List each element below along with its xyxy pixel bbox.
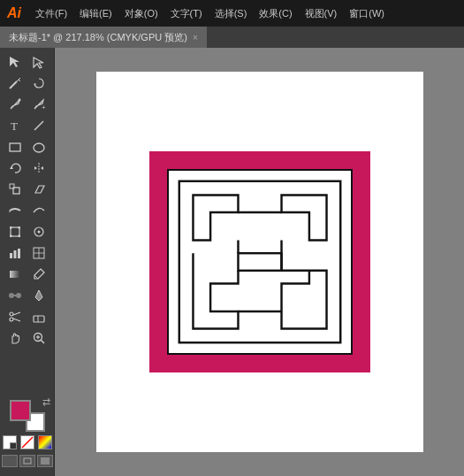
svg-rect-40 bbox=[34, 316, 44, 322]
pen-tool[interactable] bbox=[4, 95, 27, 114]
fill-stroke-selector[interactable]: ⇄ bbox=[10, 400, 45, 432]
gradient-tool[interactable] bbox=[4, 265, 27, 284]
type-tool[interactable]: T bbox=[4, 116, 27, 135]
rotate-tool[interactable] bbox=[4, 158, 27, 178]
svg-rect-27 bbox=[18, 249, 20, 258]
color-section: ⇄ bbox=[0, 395, 57, 472]
canvas-area[interactable]: 软件目字网 www.ruzxw.com bbox=[55, 48, 464, 476]
svg-rect-22 bbox=[18, 235, 20, 238]
svg-rect-25 bbox=[10, 253, 12, 258]
tab-label: 未标题-1* @ 217.18% (CMYK/GPU 预览) bbox=[9, 31, 187, 44]
svg-line-2 bbox=[10, 81, 17, 88]
ellipse-tool[interactable] bbox=[28, 137, 51, 157]
reflect-tool[interactable] bbox=[28, 158, 51, 178]
extra-color-icons bbox=[3, 435, 52, 449]
line-tool[interactable] bbox=[28, 116, 51, 135]
svg-line-8 bbox=[34, 121, 43, 130]
zoom-tool[interactable] bbox=[28, 328, 51, 348]
rectangle-tool[interactable] bbox=[4, 137, 27, 157]
svg-line-4 bbox=[19, 80, 20, 81]
column-graph-tool[interactable] bbox=[4, 243, 27, 263]
live-paint-tool[interactable] bbox=[28, 286, 51, 305]
screen-mode-row bbox=[2, 455, 53, 467]
menu-type[interactable]: 文字(T) bbox=[165, 5, 208, 22]
svg-line-39 bbox=[13, 319, 20, 321]
artwork bbox=[149, 151, 370, 372]
tool-row-scissors bbox=[0, 306, 54, 327]
toolbar: + T bbox=[0, 48, 55, 476]
tool-row-3: + bbox=[0, 94, 54, 115]
svg-rect-31 bbox=[10, 271, 20, 278]
svg-marker-1 bbox=[34, 58, 43, 68]
pink-background bbox=[149, 151, 370, 372]
menu-file[interactable]: 文件(F) bbox=[30, 5, 72, 22]
svg-rect-47 bbox=[24, 458, 31, 464]
menu-bar: 文件(F) 编辑(E) 对象(O) 文字(T) 选择(S) 效果(C) 视图(V… bbox=[30, 5, 390, 22]
line-art-svg bbox=[169, 171, 351, 353]
ai-logo-icon: Ai bbox=[7, 5, 21, 21]
lasso-tool[interactable] bbox=[28, 73, 51, 93]
svg-rect-51 bbox=[238, 253, 281, 271]
default-colors-icon[interactable] bbox=[3, 435, 17, 449]
svg-text:+: + bbox=[42, 104, 46, 111]
scissors-tool[interactable] bbox=[4, 307, 27, 326]
menu-effect[interactable]: 效果(C) bbox=[254, 5, 297, 22]
svg-rect-26 bbox=[13, 250, 16, 258]
blend-tool[interactable] bbox=[4, 286, 27, 305]
menu-edit[interactable]: 编辑(E) bbox=[74, 5, 118, 22]
mesh-tool[interactable] bbox=[28, 243, 51, 263]
width-tool[interactable] bbox=[4, 201, 27, 220]
svg-rect-20 bbox=[18, 226, 20, 229]
fullscreen-mode[interactable] bbox=[19, 455, 35, 467]
svg-line-46 bbox=[22, 437, 33, 448]
tool-row-blend bbox=[0, 285, 54, 306]
swap-colors-icon[interactable]: ⇄ bbox=[42, 396, 50, 408]
tool-row-1 bbox=[0, 51, 54, 73]
scale-tool[interactable] bbox=[4, 180, 27, 199]
direct-selection-tool[interactable] bbox=[28, 52, 51, 72]
svg-line-38 bbox=[13, 312, 20, 315]
tool-row-2 bbox=[0, 73, 54, 94]
svg-line-43 bbox=[42, 341, 45, 344]
svg-point-34 bbox=[16, 293, 21, 298]
menu-window[interactable]: 窗口(W) bbox=[344, 5, 390, 22]
svg-point-37 bbox=[10, 318, 13, 321]
svg-point-5 bbox=[18, 99, 20, 102]
menu-view[interactable]: 视图(V) bbox=[300, 5, 343, 22]
eraser-tool[interactable] bbox=[28, 307, 51, 326]
tool-row-freetransform bbox=[0, 221, 54, 242]
svg-text:T: T bbox=[11, 119, 18, 133]
svg-rect-9 bbox=[10, 143, 20, 151]
fullscreen-no-menu[interactable] bbox=[37, 455, 53, 467]
tool-row-type: T bbox=[0, 115, 54, 136]
svg-rect-19 bbox=[10, 226, 12, 229]
selection-tool[interactable] bbox=[4, 52, 27, 72]
main-area: + T bbox=[0, 48, 464, 476]
add-anchor-tool[interactable]: + bbox=[28, 95, 51, 114]
canvas bbox=[96, 72, 423, 452]
hand-tool[interactable] bbox=[4, 328, 27, 348]
normal-screen-mode[interactable] bbox=[2, 455, 18, 467]
color-icon[interactable] bbox=[38, 435, 52, 449]
tool-row-graph bbox=[0, 242, 54, 264]
shear-tool[interactable] bbox=[28, 180, 51, 199]
svg-point-10 bbox=[34, 143, 44, 152]
none-color-icon[interactable] bbox=[20, 435, 34, 449]
warp-tool[interactable] bbox=[28, 201, 51, 220]
eyedropper-tool[interactable] bbox=[28, 265, 51, 284]
svg-marker-0 bbox=[10, 57, 19, 67]
magic-wand-tool[interactable] bbox=[4, 73, 27, 93]
menu-select[interactable]: 选择(S) bbox=[209, 5, 253, 22]
svg-rect-48 bbox=[41, 457, 49, 464]
free-transform-tool[interactable] bbox=[4, 222, 27, 242]
svg-point-36 bbox=[10, 312, 13, 316]
tool-row-rotate bbox=[0, 157, 54, 179]
symbol-tool[interactable] bbox=[28, 222, 51, 242]
svg-rect-21 bbox=[10, 235, 12, 238]
title-bar: Ai 文件(F) 编辑(E) 对象(O) 文字(T) 选择(S) 效果(C) 视… bbox=[0, 0, 464, 27]
active-tab[interactable]: 未标题-1* @ 217.18% (CMYK/GPU 预览) × bbox=[0, 27, 207, 48]
svg-marker-13 bbox=[34, 166, 37, 170]
menu-object[interactable]: 对象(O) bbox=[119, 5, 164, 22]
fill-swatch[interactable] bbox=[10, 400, 31, 421]
close-tab-button[interactable]: × bbox=[193, 33, 198, 42]
